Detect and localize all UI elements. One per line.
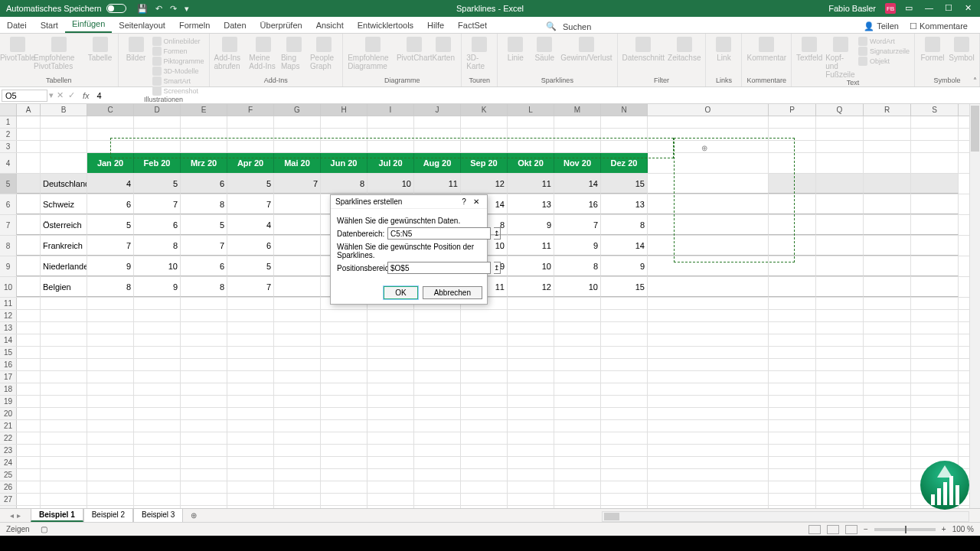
cell-A27[interactable] xyxy=(17,494,41,505)
cell-I3[interactable] xyxy=(368,141,414,152)
ribbon-linie[interactable]: Linie xyxy=(502,37,528,62)
col-header-J[interactable]: J xyxy=(414,104,461,116)
cell-O10[interactable] xyxy=(648,277,769,297)
col-header-L[interactable]: L xyxy=(508,104,554,116)
cell-O3[interactable] xyxy=(648,141,769,152)
cell-L19[interactable] xyxy=(508,396,554,407)
cell-H21[interactable] xyxy=(321,420,368,432)
cell-P23[interactable] xyxy=(769,445,816,456)
cell-A24[interactable] xyxy=(17,457,41,468)
cell-G3[interactable] xyxy=(274,141,321,152)
cell-S5[interactable] xyxy=(911,174,959,194)
cell-E15[interactable] xyxy=(181,347,227,358)
ribbon-wordart[interactable]: WordArt xyxy=(858,37,910,46)
cell-H13[interactable] xyxy=(321,322,368,334)
cancel-button[interactable]: Abbrechen xyxy=(423,286,482,299)
cell-C7[interactable]: 5 xyxy=(87,215,134,235)
cell-R9[interactable] xyxy=(864,256,911,276)
collapse-ribbon-icon[interactable]: ˄ xyxy=(973,77,977,85)
cell-G22[interactable] xyxy=(274,432,321,444)
cell-I13[interactable] xyxy=(368,322,414,334)
cell-Q3[interactable] xyxy=(816,141,864,152)
cell-A17[interactable] xyxy=(17,371,41,383)
cell-L3[interactable] xyxy=(508,141,554,152)
cell-Q20[interactable] xyxy=(816,408,864,419)
cell-F15[interactable] xyxy=(227,347,274,358)
cell-P13[interactable] xyxy=(769,322,816,334)
cell-H23[interactable] xyxy=(321,445,368,456)
cell-R2[interactable] xyxy=(864,129,911,140)
undo-icon[interactable]: ↶ xyxy=(155,4,162,14)
cell-F23[interactable] xyxy=(227,445,274,456)
cell-N22[interactable] xyxy=(601,432,648,444)
cell-J4[interactable]: Aug 20 xyxy=(414,153,461,173)
tab-factset[interactable]: FactSet xyxy=(451,18,494,33)
cell-K14[interactable] xyxy=(461,334,508,346)
cell-O6[interactable] xyxy=(648,194,769,214)
col-header-M[interactable]: M xyxy=(554,104,601,116)
cell-O13[interactable] xyxy=(648,322,769,334)
cell-R6[interactable] xyxy=(864,194,911,214)
cell-Q14[interactable] xyxy=(816,334,864,346)
cell-J1[interactable] xyxy=(414,116,461,128)
cell-Q15[interactable] xyxy=(816,347,864,358)
cell-A12[interactable] xyxy=(17,310,41,321)
cell-O21[interactable] xyxy=(648,420,769,432)
col-header-A[interactable]: A xyxy=(17,104,41,116)
cell-O1[interactable] xyxy=(648,116,769,128)
cell-Q4[interactable] xyxy=(816,153,864,173)
cell-O25[interactable] xyxy=(648,469,769,481)
cell-G9[interactable] xyxy=(274,256,321,276)
cell-A26[interactable] xyxy=(17,481,41,493)
row-header-22[interactable]: 22 xyxy=(0,432,17,444)
cell-S3[interactable] xyxy=(911,141,959,152)
cell-I5[interactable]: 10 xyxy=(368,174,414,194)
cell-R21[interactable] xyxy=(864,420,911,432)
row-header-4[interactable]: 4 xyxy=(0,153,17,173)
cell-B10[interactable]: Belgien xyxy=(41,277,87,297)
cell-S20[interactable] xyxy=(911,408,959,419)
cell-N23[interactable] xyxy=(601,445,648,456)
cell-C22[interactable] xyxy=(87,432,134,444)
cell-D26[interactable] xyxy=(134,481,181,493)
tab-daten[interactable]: Daten xyxy=(217,18,253,33)
cell-E9[interactable]: 6 xyxy=(181,256,227,276)
cell-D10[interactable]: 9 xyxy=(134,277,181,297)
cell-S18[interactable] xyxy=(911,383,959,395)
cell-B16[interactable] xyxy=(41,359,87,370)
cell-P8[interactable] xyxy=(769,236,816,256)
cell-B20[interactable] xyxy=(41,408,87,419)
cell-G13[interactable] xyxy=(274,322,321,334)
cell-I17[interactable] xyxy=(368,371,414,383)
ribbon-bilder[interactable]: Bilder xyxy=(123,37,149,62)
cell-N5[interactable]: 15 xyxy=(601,174,648,194)
cell-C25[interactable] xyxy=(87,469,134,481)
cell-L12[interactable] xyxy=(508,310,554,321)
cell-K12[interactable] xyxy=(461,310,508,321)
cell-I18[interactable] xyxy=(368,383,414,395)
cell-Q24[interactable] xyxy=(816,457,864,468)
ribbon-people-graph[interactable]: People Graph xyxy=(310,37,338,70)
cell-H18[interactable] xyxy=(321,383,368,395)
cell-S6[interactable] xyxy=(911,194,959,214)
cell-R20[interactable] xyxy=(864,408,911,419)
cell-R19[interactable] xyxy=(864,396,911,407)
cell-O19[interactable] xyxy=(648,396,769,407)
cell-O18[interactable] xyxy=(648,383,769,395)
cell-B1[interactable] xyxy=(41,116,87,128)
cell-Q16[interactable] xyxy=(816,359,864,370)
cell-H25[interactable] xyxy=(321,469,368,481)
cell-M20[interactable] xyxy=(554,408,601,419)
cell-Q27[interactable] xyxy=(816,494,864,505)
cell-F6[interactable]: 7 xyxy=(227,194,274,214)
cell-N14[interactable] xyxy=(601,334,648,346)
horizontal-scrollbar[interactable] xyxy=(602,511,969,522)
cell-C17[interactable] xyxy=(87,371,134,383)
cell-B11[interactable] xyxy=(41,298,87,309)
cell-J21[interactable] xyxy=(414,420,461,432)
cell-P9[interactable] xyxy=(769,256,816,276)
cell-F5[interactable]: 5 xyxy=(227,174,274,194)
cell-O17[interactable] xyxy=(648,371,769,383)
cell-R10[interactable] xyxy=(864,277,911,297)
cell-M12[interactable] xyxy=(554,310,601,321)
